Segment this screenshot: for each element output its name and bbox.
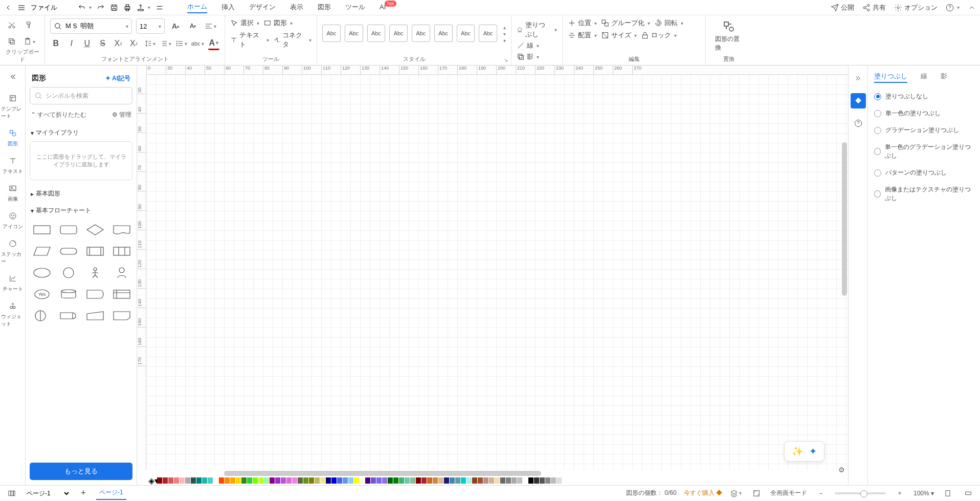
color-swatch[interactable] [163, 477, 168, 484]
options-button[interactable]: オプション [894, 3, 938, 12]
color-swatch[interactable] [551, 477, 556, 484]
rail-text[interactable]: テキスト [1, 155, 25, 175]
fill-option-pattern[interactable]: パターンの塗りつぶし [874, 164, 974, 181]
file-menu[interactable]: ファイル [31, 3, 57, 12]
group-dropdown[interactable]: グループ化▾ [601, 18, 650, 28]
color-swatch[interactable] [461, 477, 466, 484]
line-height-button[interactable]: ▾ [144, 37, 155, 50]
color-swatch[interactable] [472, 477, 477, 484]
tab-insert[interactable]: 挿入 [221, 3, 235, 13]
connector-tool-button[interactable]: コネクタ▾ [273, 31, 312, 49]
subscript-button[interactable]: X2 [128, 37, 139, 50]
bullet-button[interactable]: ▾ [175, 37, 187, 50]
superscript-button[interactable]: X2 [113, 37, 124, 50]
list-button[interactable]: ▾ [160, 37, 171, 50]
color-swatch[interactable] [455, 477, 460, 484]
shape-decision-yes[interactable]: Yes [31, 286, 53, 303]
canvas-settings-icon[interactable]: ⚙ [838, 466, 845, 474]
shape-manual-input[interactable] [84, 307, 106, 324]
rp-tab-shadow[interactable]: 影 [941, 72, 947, 83]
color-swatch[interactable] [360, 477, 365, 484]
color-swatch[interactable] [433, 477, 438, 484]
color-swatch[interactable] [438, 477, 443, 484]
color-swatch[interactable] [208, 477, 213, 484]
fill-option-gradient[interactable]: グラデーション塗りつぶし [874, 122, 974, 139]
menu-icon[interactable] [17, 4, 26, 12]
bold-button[interactable]: B [50, 37, 61, 50]
color-swatch[interactable] [180, 477, 185, 484]
shape-ellipse[interactable] [31, 264, 53, 281]
shape-connector-circle[interactable] [31, 307, 53, 324]
copy-button[interactable] [5, 35, 18, 48]
color-swatch[interactable] [157, 477, 162, 484]
rp-tab-line[interactable]: 線 [921, 72, 927, 83]
color-swatch[interactable] [478, 477, 483, 484]
shape-parallelogram[interactable] [31, 243, 53, 260]
color-swatch[interactable] [376, 477, 382, 484]
color-swatch[interactable] [489, 477, 494, 484]
rail-template[interactable]: テンプレート [1, 92, 25, 120]
fit-width-icon[interactable] [962, 487, 975, 500]
color-swatch[interactable] [236, 477, 241, 484]
expand-right-panel-icon[interactable] [851, 71, 866, 86]
color-swatch[interactable] [315, 477, 320, 484]
layers-icon[interactable]: ▾ [729, 487, 743, 500]
color-swatch[interactable] [427, 477, 432, 484]
color-swatch[interactable] [191, 477, 196, 484]
color-swatch[interactable] [483, 477, 488, 484]
style-launcher[interactable]: ↘ [504, 57, 508, 63]
shape-stored-data[interactable] [110, 243, 133, 260]
style-expand[interactable]: ▾ [503, 38, 506, 43]
collapse-sidebar-icon[interactable] [7, 71, 19, 83]
size-dropdown[interactable]: サイズ▾ [601, 31, 637, 40]
style-preset-8[interactable]: Abc [479, 25, 497, 42]
zoom-out-button[interactable]: − [814, 487, 828, 500]
lock-dropdown[interactable]: ロック▾ [641, 31, 677, 40]
shape-document[interactable] [110, 221, 133, 238]
fill-panel-icon[interactable] [851, 93, 866, 108]
fill-dropdown[interactable]: 塗りつぶし▾ [517, 20, 557, 39]
color-swatch[interactable] [405, 477, 410, 484]
shape-rect[interactable] [31, 221, 53, 238]
replace-shape-button[interactable]: 図形の置換 [711, 18, 747, 54]
color-swatch[interactable] [517, 477, 522, 484]
color-swatch[interactable] [506, 477, 511, 484]
color-swatch[interactable] [399, 477, 404, 484]
color-swatch[interactable] [545, 477, 550, 484]
page-tab-1[interactable]: ページ-1 [96, 486, 126, 500]
shape-offpage[interactable] [110, 307, 133, 324]
color-swatch[interactable] [500, 477, 505, 484]
color-swatch[interactable] [331, 477, 337, 484]
color-swatch[interactable] [416, 477, 421, 484]
share-button[interactable]: 共有 [862, 3, 886, 12]
rail-chart[interactable]: チャート [1, 272, 25, 293]
rail-shapes[interactable]: 図形 [1, 127, 25, 147]
font-family-select[interactable]: ＭＳ 明朝▾ [50, 18, 132, 34]
font-color-button[interactable]: A▾ [208, 37, 219, 50]
save-button[interactable] [110, 4, 118, 12]
rail-image[interactable]: 画像 [1, 182, 25, 203]
color-swatch[interactable] [309, 477, 314, 484]
color-swatch[interactable] [241, 477, 247, 484]
tab-view[interactable]: 表示 [290, 3, 303, 13]
select-tool-button[interactable]: 選択▾ [230, 18, 259, 28]
shape-terminator[interactable] [57, 243, 80, 260]
color-picker-dropdown[interactable]: ◈▾ [148, 477, 157, 484]
paste-button[interactable]: ▾ [23, 35, 36, 48]
color-swatch[interactable] [264, 477, 269, 484]
color-swatch[interactable] [247, 477, 252, 484]
dropzone[interactable]: ここに図形をドラッグして、マイライブラリに追加します [30, 141, 132, 180]
color-swatch[interactable] [534, 477, 539, 484]
help-button[interactable]: ▾ [946, 4, 960, 12]
color-swatch[interactable] [174, 477, 179, 484]
color-swatch[interactable] [444, 477, 449, 484]
shape-card[interactable] [84, 286, 106, 303]
color-swatch[interactable] [528, 477, 533, 484]
shape-predefined[interactable] [84, 243, 106, 260]
color-swatch[interactable] [343, 477, 348, 484]
rp-tab-fill[interactable]: 塗りつぶし [874, 72, 907, 83]
tab-tool[interactable]: ツール [345, 3, 365, 13]
color-swatch[interactable] [253, 477, 258, 484]
canvas-scrollbar-h[interactable] [224, 471, 541, 476]
back-button[interactable] [4, 4, 12, 12]
